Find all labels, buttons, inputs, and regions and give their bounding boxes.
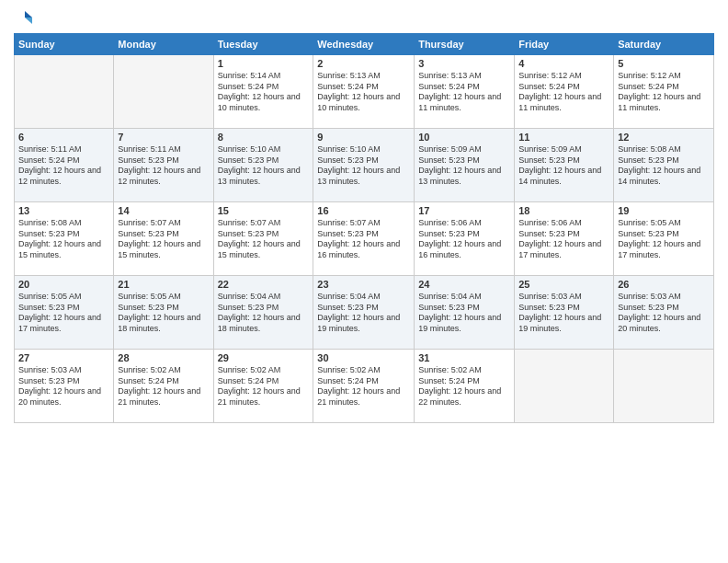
logo: [14, 9, 32, 26]
day-info: Sunrise: 5:08 AMSunset: 5:23 PMDaylight:…: [18, 218, 109, 261]
day-number: 30: [317, 352, 410, 363]
day-number: 22: [218, 279, 310, 290]
calendar-table: SundayMondayTuesdayWednesdayThursdayFrid…: [14, 33, 714, 423]
day-header-friday: Friday: [515, 34, 614, 55]
calendar-cell: 3Sunrise: 5:13 AMSunset: 5:24 PMDaylight…: [415, 55, 515, 129]
day-header-thursday: Thursday: [415, 34, 515, 55]
calendar-cell: [15, 55, 114, 129]
day-number: 4: [518, 58, 609, 69]
day-number: 5: [618, 58, 710, 69]
day-number: 26: [618, 279, 710, 290]
calendar-cell: 14Sunrise: 5:07 AMSunset: 5:23 PMDayligh…: [114, 202, 213, 276]
calendar-cell: 9Sunrise: 5:10 AMSunset: 5:23 PMDaylight…: [313, 129, 415, 202]
calendar-header-row: SundayMondayTuesdayWednesdayThursdayFrid…: [15, 34, 714, 55]
day-info: Sunrise: 5:07 AMSunset: 5:23 PMDaylight:…: [118, 218, 209, 261]
calendar-week-2: 6Sunrise: 5:11 AMSunset: 5:24 PMDaylight…: [15, 129, 714, 202]
day-info: Sunrise: 5:02 AMSunset: 5:24 PMDaylight:…: [418, 365, 510, 408]
calendar-cell: 11Sunrise: 5:09 AMSunset: 5:23 PMDayligh…: [515, 129, 614, 202]
day-number: 28: [118, 352, 209, 363]
day-header-saturday: Saturday: [614, 34, 714, 55]
day-info: Sunrise: 5:10 AMSunset: 5:23 PMDaylight:…: [317, 144, 410, 188]
day-info: Sunrise: 5:11 AMSunset: 5:24 PMDaylight:…: [18, 144, 109, 188]
day-number: 25: [518, 279, 609, 290]
day-info: Sunrise: 5:04 AMSunset: 5:23 PMDaylight:…: [218, 292, 310, 335]
day-info: Sunrise: 5:03 AMSunset: 5:23 PMDaylight:…: [518, 292, 609, 335]
day-info: Sunrise: 5:05 AMSunset: 5:23 PMDaylight:…: [118, 292, 209, 335]
calendar-cell: 10Sunrise: 5:09 AMSunset: 5:23 PMDayligh…: [415, 129, 515, 202]
calendar-cell: 5Sunrise: 5:12 AMSunset: 5:24 PMDaylight…: [614, 55, 714, 129]
day-info: Sunrise: 5:05 AMSunset: 5:23 PMDaylight:…: [618, 218, 710, 261]
day-number: 2: [317, 58, 410, 69]
calendar-cell: 28Sunrise: 5:02 AMSunset: 5:24 PMDayligh…: [114, 350, 213, 423]
calendar-cell: 12Sunrise: 5:08 AMSunset: 5:23 PMDayligh…: [614, 129, 714, 202]
day-info: Sunrise: 5:13 AMSunset: 5:24 PMDaylight:…: [317, 71, 410, 114]
calendar-cell: 26Sunrise: 5:03 AMSunset: 5:23 PMDayligh…: [614, 276, 714, 350]
calendar-cell: 24Sunrise: 5:04 AMSunset: 5:23 PMDayligh…: [415, 276, 515, 350]
day-info: Sunrise: 5:08 AMSunset: 5:23 PMDaylight:…: [618, 144, 710, 188]
day-info: Sunrise: 5:03 AMSunset: 5:23 PMDaylight:…: [618, 292, 710, 335]
day-info: Sunrise: 5:13 AMSunset: 5:24 PMDaylight:…: [418, 71, 510, 114]
svg-marker-0: [25, 11, 32, 17]
calendar-cell: 4Sunrise: 5:12 AMSunset: 5:24 PMDaylight…: [515, 55, 614, 129]
calendar-cell: 29Sunrise: 5:02 AMSunset: 5:24 PMDayligh…: [213, 350, 313, 423]
calendar-cell: 16Sunrise: 5:07 AMSunset: 5:23 PMDayligh…: [313, 202, 415, 276]
calendar-week-4: 20Sunrise: 5:05 AMSunset: 5:23 PMDayligh…: [15, 276, 714, 350]
day-number: 23: [317, 279, 410, 290]
day-info: Sunrise: 5:14 AMSunset: 5:24 PMDaylight:…: [218, 71, 310, 114]
calendar-cell: 7Sunrise: 5:11 AMSunset: 5:23 PMDaylight…: [114, 129, 213, 202]
calendar-cell: 23Sunrise: 5:04 AMSunset: 5:23 PMDayligh…: [313, 276, 415, 350]
calendar-cell: 27Sunrise: 5:03 AMSunset: 5:23 PMDayligh…: [15, 350, 114, 423]
calendar-cell: 19Sunrise: 5:05 AMSunset: 5:23 PMDayligh…: [614, 202, 714, 276]
day-number: 9: [317, 132, 410, 143]
day-header-sunday: Sunday: [15, 34, 114, 55]
logo-icon: [16, 9, 32, 26]
day-info: Sunrise: 5:12 AMSunset: 5:24 PMDaylight:…: [618, 71, 710, 114]
calendar-cell: 20Sunrise: 5:05 AMSunset: 5:23 PMDayligh…: [15, 276, 114, 350]
calendar-page: SundayMondayTuesdayWednesdayThursdayFrid…: [0, 0, 728, 563]
calendar-cell: 6Sunrise: 5:11 AMSunset: 5:24 PMDaylight…: [15, 129, 114, 202]
calendar-cell: 30Sunrise: 5:02 AMSunset: 5:24 PMDayligh…: [313, 350, 415, 423]
day-number: 20: [18, 279, 109, 290]
calendar-week-3: 13Sunrise: 5:08 AMSunset: 5:23 PMDayligh…: [15, 202, 714, 276]
day-number: 21: [118, 279, 209, 290]
day-number: 8: [218, 132, 310, 143]
day-info: Sunrise: 5:04 AMSunset: 5:23 PMDaylight:…: [418, 292, 510, 335]
calendar-cell: 15Sunrise: 5:07 AMSunset: 5:23 PMDayligh…: [213, 202, 313, 276]
day-info: Sunrise: 5:07 AMSunset: 5:23 PMDaylight:…: [317, 218, 410, 261]
calendar-cell: 22Sunrise: 5:04 AMSunset: 5:23 PMDayligh…: [213, 276, 313, 350]
day-number: 24: [418, 279, 510, 290]
calendar-cell: 21Sunrise: 5:05 AMSunset: 5:23 PMDayligh…: [114, 276, 213, 350]
day-number: 29: [218, 352, 310, 363]
day-info: Sunrise: 5:11 AMSunset: 5:23 PMDaylight:…: [118, 144, 209, 188]
day-info: Sunrise: 5:12 AMSunset: 5:24 PMDaylight:…: [518, 71, 609, 114]
calendar-cell: 1Sunrise: 5:14 AMSunset: 5:24 PMDaylight…: [213, 55, 313, 129]
day-number: 15: [218, 205, 310, 216]
calendar-cell: 31Sunrise: 5:02 AMSunset: 5:24 PMDayligh…: [415, 350, 515, 423]
day-info: Sunrise: 5:07 AMSunset: 5:23 PMDaylight:…: [218, 218, 310, 261]
day-number: 16: [317, 205, 410, 216]
calendar-cell: [515, 350, 614, 423]
day-number: 11: [518, 132, 609, 143]
calendar-cell: 17Sunrise: 5:06 AMSunset: 5:23 PMDayligh…: [415, 202, 515, 276]
calendar-cell: 8Sunrise: 5:10 AMSunset: 5:23 PMDaylight…: [213, 129, 313, 202]
day-number: 27: [18, 352, 109, 363]
day-number: 19: [618, 205, 710, 216]
day-header-monday: Monday: [114, 34, 213, 55]
day-info: Sunrise: 5:06 AMSunset: 5:23 PMDaylight:…: [518, 218, 609, 261]
calendar-cell: 2Sunrise: 5:13 AMSunset: 5:24 PMDaylight…: [313, 55, 415, 129]
day-header-wednesday: Wednesday: [313, 34, 415, 55]
calendar-week-5: 27Sunrise: 5:03 AMSunset: 5:23 PMDayligh…: [15, 350, 714, 423]
day-header-tuesday: Tuesday: [213, 34, 313, 55]
calendar-cell: 18Sunrise: 5:06 AMSunset: 5:23 PMDayligh…: [515, 202, 614, 276]
day-number: 6: [18, 132, 109, 143]
day-info: Sunrise: 5:02 AMSunset: 5:24 PMDaylight:…: [317, 365, 410, 408]
day-number: 31: [418, 352, 510, 363]
day-info: Sunrise: 5:04 AMSunset: 5:23 PMDaylight:…: [317, 292, 410, 335]
calendar-week-1: 1Sunrise: 5:14 AMSunset: 5:24 PMDaylight…: [15, 55, 714, 129]
day-info: Sunrise: 5:02 AMSunset: 5:24 PMDaylight:…: [118, 365, 209, 408]
svg-marker-1: [25, 17, 32, 24]
day-number: 14: [118, 205, 209, 216]
day-number: 18: [518, 205, 609, 216]
day-info: Sunrise: 5:02 AMSunset: 5:24 PMDaylight:…: [218, 365, 310, 408]
day-info: Sunrise: 5:03 AMSunset: 5:23 PMDaylight:…: [18, 365, 109, 408]
